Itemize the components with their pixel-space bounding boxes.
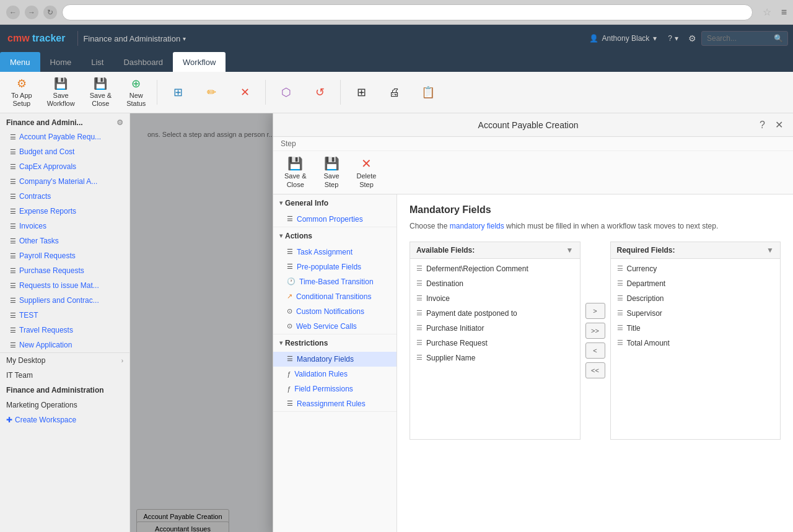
report-button[interactable]: 📋 — [413, 83, 444, 102]
print-button[interactable]: 🖨 — [379, 84, 410, 102]
modal-delete-step-button[interactable]: ✕ DeleteStep — [353, 155, 380, 190]
workspace-selector[interactable]: Finance and Administration ▾ — [83, 34, 186, 43]
field-item-description[interactable]: ☰ Description — [611, 291, 781, 306]
sidebar-item-12[interactable]: ☰TEST⚙ — [0, 308, 129, 323]
field-item-supervisor[interactable]: ☰ Supervisor — [611, 306, 781, 321]
to-app-setup-button[interactable]: ⚙ To AppSetup — [5, 74, 38, 110]
refresh-button[interactable]: ↻ — [43, 6, 57, 19]
sidenav-item-conditional-transitions[interactable]: ↗ Conditional Transitions — [273, 289, 396, 304]
sidebar-item-1[interactable]: ☰Budget and Cost⚙ — [0, 144, 129, 159]
modal-help-button[interactable]: ? — [757, 118, 768, 132]
sidenav-item-common-properties[interactable]: ☰ Common Properties — [273, 212, 396, 227]
sidebar-group-my-desktop[interactable]: My Desktop › — [0, 353, 129, 368]
field-item-total-amount[interactable]: ☰ Total Amount — [611, 336, 781, 351]
sidenav-group-restrictions-header[interactable]: ▾ Restrictions — [273, 334, 396, 352]
sidenav-group-actions-header[interactable]: ▾ Actions — [273, 227, 396, 245]
help-menu[interactable]: ? ▾ — [663, 34, 683, 43]
sidebar-item-14[interactable]: ☰New Application⚙ — [0, 338, 129, 352]
field-icon-destination: ☰ — [416, 279, 423, 287]
modal-toolbar: 💾 Save &Close 💾 SaveStep ✕ DeleteStep — [273, 151, 793, 194]
create-workspace-button[interactable]: ✚ Create Workspace — [0, 412, 129, 427]
sidebar-item-4[interactable]: ☰Contracts⚙ — [0, 189, 129, 204]
shape-button[interactable]: ⬡ — [271, 83, 302, 102]
field-permissions-label: Field Permissions — [294, 385, 353, 393]
new-status-button[interactable]: ⊕ NewStatus — [120, 74, 152, 110]
field-item-purchase-initiator[interactable]: ☰ Purchase Initiator — [410, 321, 580, 336]
mandatory-fields-link[interactable]: mandatory fields — [450, 222, 504, 230]
save-close-toolbar-button[interactable]: 💾 Save &Close — [84, 74, 118, 110]
sidebar-item-icon-11: ☰ — [10, 297, 16, 305]
delete-toolbar-button[interactable]: ✕ — [229, 83, 260, 102]
sidenav-item-custom-notifications[interactable]: ⊙ Custom Notifications — [273, 304, 396, 319]
move-all-left-button[interactable]: << — [585, 362, 605, 378]
back-button[interactable]: ← — [6, 6, 20, 19]
field-item-invoice[interactable]: ☰ Invoice — [410, 291, 580, 306]
bookmark-star-icon[interactable]: ☆ — [763, 6, 771, 18]
sidebar-item-9[interactable]: ☰Purchase Requests⚙ — [0, 263, 129, 278]
field-item-title[interactable]: ☰ Title — [611, 321, 781, 336]
browser-menu-icon[interactable]: ≡ — [781, 7, 787, 18]
sidenav-item-web-service-calls[interactable]: ⊙ Web Service Calls — [273, 319, 396, 334]
sidebar-item-8[interactable]: ☰Payroll Requests⚙ — [0, 248, 129, 263]
modal-save-close-button[interactable]: 💾 Save &Close — [281, 155, 310, 190]
save-workflow-button[interactable]: 💾 SaveWorkflow — [41, 74, 81, 110]
sidebar-item-3[interactable]: ☰Company's Material A...⚙ — [0, 174, 129, 189]
move-all-right-button[interactable]: >> — [585, 323, 605, 339]
custom-notif-icon: ⊙ — [287, 307, 292, 315]
sidenav-item-reassignment-rules[interactable]: ☰ Reassignment Rules — [273, 396, 396, 411]
modal-close-button[interactable]: ✕ — [773, 118, 786, 132]
sidebar-item-7[interactable]: ☰Other Tasks⚙ — [0, 233, 129, 248]
app-logo: cmw tracker — [7, 33, 65, 44]
move-left-button[interactable]: < — [585, 342, 605, 359]
undo-button[interactable]: ↺ — [304, 83, 335, 102]
tab-menu[interactable]: Menu — [0, 52, 40, 72]
modal-save-step-icon: 💾 — [324, 156, 340, 171]
common-properties-label: Common Properties — [297, 215, 363, 224]
sidenav-item-prepopulate-fields[interactable]: ☰ Pre-populate Fields — [273, 259, 396, 274]
field-item-destination[interactable]: ☰ Destination — [410, 276, 580, 291]
sidenav-item-validation-rules[interactable]: ƒ Validation Rules — [273, 367, 396, 382]
sidebar-item-0[interactable]: ☰Account Payable Requ...⚙ — [0, 129, 129, 144]
sidebar-item-5[interactable]: ☰Expense Reports⚙ — [0, 204, 129, 219]
sidenav-item-field-permissions[interactable]: ƒ Field Permissions — [273, 382, 396, 396]
sidebar-group-marketing[interactable]: Marketing Operations — [0, 398, 129, 412]
workspace-name: Finance and Administration — [83, 34, 180, 43]
forward-button[interactable]: → — [25, 6, 38, 19]
edit-button[interactable]: ✏ — [196, 83, 227, 102]
sidebar-item-11[interactable]: ☰Suppliers and Contrac...⚙ — [0, 293, 129, 308]
modal-save-step-button[interactable]: 💾 SaveStep — [320, 155, 343, 190]
tab-workflow[interactable]: Workflow — [173, 52, 226, 72]
new-transition-button[interactable]: ⊞ — [162, 83, 193, 102]
shape-icon: ⬡ — [281, 85, 291, 99]
sidebar-item-6[interactable]: ☰Invoices⚙ — [0, 219, 129, 233]
field-item-payment-date[interactable]: ☰ Payment date postponed to — [410, 306, 580, 321]
sidenav-item-task-assignment[interactable]: ☰ Task Assignment — [273, 245, 396, 259]
sidebar-item-13[interactable]: ☰Travel Requests⚙ — [0, 323, 129, 338]
url-bar[interactable] — [62, 4, 753, 20]
tab-list[interactable]: List — [81, 52, 113, 72]
sidebar-item-10[interactable]: ☰Requests to issue Mat...⚙ — [0, 278, 129, 293]
sidebar-items-list: ☰Account Payable Requ...⚙☰Budget and Cos… — [0, 129, 129, 352]
actions-label: Actions — [285, 232, 312, 240]
new-transition-icon: ⊞ — [173, 85, 183, 99]
field-icon-supplier-name: ☰ — [416, 354, 423, 362]
field-item-department[interactable]: ☰ Department — [611, 276, 781, 291]
user-menu[interactable]: 👤 Anthony Black ▾ — [583, 34, 664, 43]
settings-gear-icon[interactable]: ⚙ — [683, 33, 701, 43]
move-right-button[interactable]: > — [585, 303, 605, 319]
tab-dashboard[interactable]: Dashboard — [113, 52, 173, 72]
tab-home[interactable]: Home — [40, 52, 82, 72]
field-item-purchase-request[interactable]: ☰ Purchase Request — [410, 336, 580, 351]
sidebar-item-2[interactable]: ☰CapEx Approvals⚙ — [0, 159, 129, 174]
required-fields-filter-icon[interactable]: ▼ — [766, 246, 774, 255]
sidenav-group-general-info-header[interactable]: ▾ General Info — [273, 194, 396, 212]
grid-button[interactable]: ⊞ — [346, 83, 377, 102]
sidenav-item-mandatory-fields[interactable]: ☰ Mandatory Fields — [273, 352, 396, 367]
available-fields-filter-icon[interactable]: ▼ — [566, 246, 574, 255]
field-item-deferment[interactable]: ☰ Deferment\Rejection Comment — [410, 261, 580, 276]
sidenav-item-time-based-transition[interactable]: 🕐 Time-Based Transition — [273, 274, 396, 289]
field-item-currency[interactable]: ☰ Currency — [611, 261, 781, 276]
field-item-supplier-name[interactable]: ☰ Supplier Name — [410, 351, 580, 365]
sidebar-group-finance[interactable]: Finance and Administration — [0, 383, 129, 398]
sidebar-group-it-team[interactable]: IT Team — [0, 368, 129, 383]
